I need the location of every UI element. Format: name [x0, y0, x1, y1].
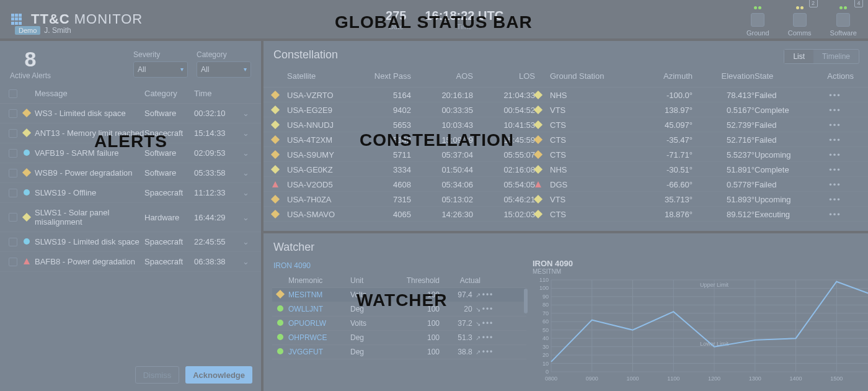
row-actions[interactable]: •••	[480, 348, 495, 356]
row-actions[interactable]: •••	[817, 91, 854, 100]
constellation-row[interactable]: USA-SMAVO406514:26:3015:02:03CTS18.876°8…	[264, 207, 868, 222]
row-actions[interactable]: •••	[817, 180, 854, 189]
row-checkbox[interactable]	[9, 109, 17, 118]
gs-status-icon	[534, 195, 542, 204]
acknowledge-button[interactable]: Acknowledge	[185, 366, 252, 384]
monitor-ground[interactable]: Ground	[746, 2, 769, 37]
alert-row[interactable]: ANT13 - Memory limit reachedSpacecraft15…	[0, 124, 261, 143]
svg-text:110: 110	[539, 277, 549, 283]
row-actions[interactable]: •••	[817, 106, 854, 115]
row-actions[interactable]: •••	[480, 290, 495, 299]
monitor-software[interactable]: 4 Software	[830, 2, 857, 37]
expand-icon[interactable]: ⌄	[239, 257, 252, 266]
app-title: TT&C MONITOR	[31, 11, 143, 27]
alert-time: 11:12:33	[194, 188, 239, 197]
expand-icon[interactable]: ⌄	[239, 148, 252, 158]
constellation-row[interactable]: USA-VZRTO516420:16:1821:04:33NHS-100.0°7…	[264, 88, 868, 102]
mnemonic-link[interactable]: OHPRWCE	[288, 333, 350, 342]
dismiss-button[interactable]: Dismiss	[135, 366, 180, 384]
alert-row[interactable]: BAFB8 - Power degradationSpacecraft06:38…	[0, 252, 261, 272]
expand-icon[interactable]: ⌄	[239, 213, 252, 222]
row-actions[interactable]: •••	[817, 135, 854, 145]
view-segmented[interactable]: List Timeline	[784, 49, 859, 64]
row-checkbox[interactable]	[9, 258, 17, 266]
monitoring-icons: Ground 2 Comms 4 Software	[746, 2, 857, 37]
watcher-row[interactable]: MESITNMVolts10097.4 ↗•••	[272, 288, 526, 302]
alert-message: WSB9 - Power degradation	[35, 168, 144, 178]
row-checkbox[interactable]	[9, 129, 17, 138]
row-checkbox[interactable]	[9, 169, 17, 178]
alert-time: 15:14:33	[194, 128, 239, 138]
row-actions[interactable]: •••	[480, 305, 495, 313]
watcher-row[interactable]: OHPRWCEDeg10051.3 ↗•••	[272, 331, 526, 345]
constellation-row[interactable]: USA-4T2XM514215:09:3915:45:59CTS-35.47°5…	[264, 132, 868, 147]
status-icon	[271, 91, 280, 99]
alert-row[interactable]: SLWS1 - Solar panel misalignmentHardware…	[0, 203, 261, 232]
expand-icon[interactable]: ⌄	[239, 237, 252, 246]
row-actions[interactable]: •••	[817, 195, 854, 204]
alerts-header: Message Category Time	[0, 84, 261, 104]
alert-category: Software	[144, 168, 194, 178]
gs-status-icon	[534, 210, 542, 218]
gs-status-icon	[534, 165, 542, 174]
monitor-comms[interactable]: 2 Comms	[788, 2, 812, 37]
status-icon	[276, 290, 285, 299]
row-actions[interactable]: •••	[817, 150, 854, 160]
constellation-row[interactable]: USA-S9UMY571105:37:0405:55:07CTS-71.71°5…	[264, 147, 868, 162]
alert-row[interactable]: SLWS19 - Limited disk spaceSpacecraft22:…	[0, 232, 261, 252]
alert-time: 06:38:38	[194, 257, 239, 266]
row-actions[interactable]: •••	[480, 333, 495, 342]
constellation-row[interactable]: USA-7H0ZA731505:13:0205:46:21VTS35.713°5…	[264, 192, 868, 207]
row-checkbox[interactable]	[9, 149, 17, 158]
status-icon	[271, 135, 280, 144]
svg-text:60: 60	[542, 318, 549, 325]
constellation-row[interactable]: USA-EG2E9940200:33:3500:54:52VTS138.97°0…	[264, 102, 868, 117]
row-actions[interactable]: •••	[480, 319, 495, 328]
alert-row[interactable]: SLWS19 - OfflineSpacecraft11:12:33⌄	[0, 183, 261, 203]
alert-row[interactable]: VAFB19 - SARM failureSoftware02:09:53⌄	[0, 143, 261, 163]
alert-message: VAFB19 - SARM failure	[35, 148, 144, 158]
mnemonic-link[interactable]: MESITNM	[288, 290, 350, 299]
mnemonic-link[interactable]: JVGGFUT	[288, 348, 350, 356]
row-actions[interactable]: •••	[817, 210, 854, 219]
watcher-row[interactable]: JVGGFUTDeg10038.8 ↗•••	[272, 345, 526, 359]
constellation-row[interactable]: USA-NNUDJ565310:03:4310:41:53CTS45.097°5…	[264, 117, 868, 132]
row-checkbox[interactable]	[9, 213, 17, 222]
gs-status-icon	[534, 120, 542, 129]
row-actions[interactable]: •••	[817, 120, 854, 130]
category-select[interactable]: All	[197, 61, 251, 78]
watcher-row[interactable]: OPUORLWVolts10037.2 ↘•••	[272, 317, 526, 331]
select-all-checkbox[interactable]	[9, 89, 17, 98]
watcher-panel: Watcher IRON 4090 Mnemonic Unit Threshol…	[264, 231, 868, 391]
alert-message: SLWS1 - Solar panel misalignment	[35, 208, 144, 227]
alert-message: ANT13 - Memory limit reached	[35, 128, 144, 138]
row-checkbox[interactable]	[9, 189, 17, 197]
status-icon	[271, 210, 280, 218]
row-checkbox[interactable]	[9, 238, 17, 246]
severity-select[interactable]: All	[133, 61, 188, 78]
expand-icon[interactable]: ⌄	[239, 128, 252, 138]
expand-icon[interactable]: ⌄	[239, 109, 252, 118]
mnemonic-link[interactable]: OWLLJNT	[288, 305, 350, 313]
svg-text:1400: 1400	[789, 375, 802, 382]
svg-text:0800: 0800	[545, 375, 557, 382]
alert-time: 00:32:10	[194, 109, 239, 118]
watcher-row[interactable]: OWLLJNTDeg10020 ↘•••	[272, 302, 526, 317]
expand-icon[interactable]: ⌄	[239, 168, 252, 178]
expand-icon[interactable]: ⌄	[239, 188, 252, 197]
alert-time: 02:09:53	[194, 148, 239, 158]
svg-text:1000: 1000	[626, 375, 639, 382]
row-actions[interactable]: •••	[817, 165, 854, 174]
constellation-row[interactable]: USA-V2OD5460805:34:0605:54:05DGS-66.60°0…	[264, 177, 868, 192]
watcher-scrollbar[interactable]	[524, 289, 528, 313]
iron-tag[interactable]: IRON 4090	[272, 258, 526, 274]
segment-list[interactable]: List	[784, 50, 813, 63]
gs-status-icon	[535, 181, 541, 187]
constellation-row[interactable]: USA-GE0KZ333401:50:4402:16:08NHS-30.51°5…	[264, 162, 868, 177]
status-icon	[271, 106, 280, 114]
mnemonic-link[interactable]: OPUORLW	[288, 319, 350, 328]
segment-timeline[interactable]: Timeline	[813, 50, 859, 63]
alert-row[interactable]: WSB9 - Power degradationSoftware05:33:58…	[0, 163, 261, 183]
alert-row[interactable]: WS3 - Limited disk spaceSoftware00:32:10…	[0, 104, 261, 124]
svg-text:1200: 1200	[708, 375, 720, 382]
